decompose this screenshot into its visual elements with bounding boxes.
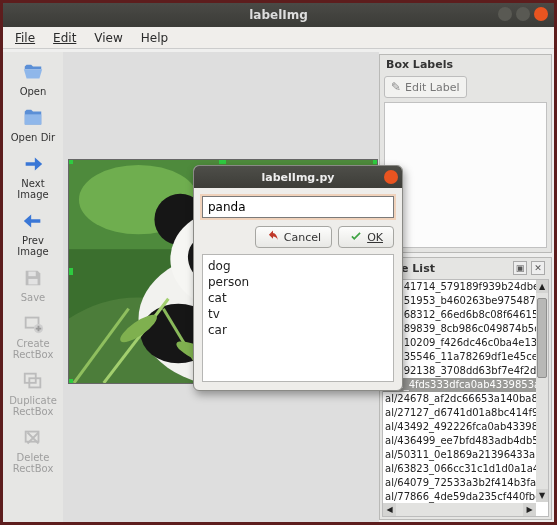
menu-help[interactable]: Help	[133, 29, 176, 47]
toolbar-label: Open	[20, 86, 47, 97]
window-controls	[498, 7, 548, 21]
toolbar-label: Create RectBox	[13, 338, 54, 360]
dialog-title: labelImg.py	[262, 171, 335, 184]
resize-handle[interactable]	[219, 159, 226, 164]
dialog-close-button[interactable]	[384, 170, 398, 184]
panel-buttons: ▣ ✕	[513, 261, 545, 275]
cancel-button[interactable]: Cancel	[255, 226, 332, 248]
open-button[interactable]: Open	[5, 56, 61, 102]
save-button[interactable]: Save	[5, 262, 61, 308]
scroll-up-icon[interactable]: ▲	[536, 280, 548, 293]
toolbar-label: Delete RectBox	[13, 452, 54, 474]
file-row[interactable]: al/1_4fds333dfca0ab4339853a9.jpg	[383, 378, 536, 392]
floppy-icon	[22, 267, 44, 289]
resize-handle[interactable]	[68, 379, 73, 384]
minimize-button[interactable]	[498, 7, 512, 21]
resize-handle[interactable]	[68, 159, 73, 164]
arrow-left-icon	[22, 210, 44, 232]
next-image-button[interactable]: Next Image	[5, 148, 61, 205]
label-option[interactable]: tv	[208, 306, 388, 322]
file-row[interactable]: al/041714_579189f939b24dbeaabbff03c3	[383, 280, 536, 294]
scroll-thumb[interactable]	[537, 298, 547, 378]
label-option[interactable]: car	[208, 322, 388, 338]
label-input[interactable]	[202, 196, 394, 218]
arrow-right-icon	[22, 153, 44, 175]
ok-label: OK	[367, 231, 383, 244]
file-row[interactable]: al/50311_0e1869a21396433a794453ba8	[383, 448, 536, 462]
check-icon	[349, 230, 363, 244]
file-list[interactable]: al/041714_579189f939b24dbeaabbff03c3al/0…	[382, 279, 549, 517]
file-row[interactable]: al/24678_af2dc66653a140ba841fa88db52	[383, 392, 536, 406]
label-options-list[interactable]: dogpersoncattvcar	[202, 254, 394, 382]
resize-handle[interactable]	[373, 159, 378, 164]
file-row[interactable]: al/436499_ee7bfd483adb4db5bd16c7a75	[383, 434, 536, 448]
cancel-label: Cancel	[284, 231, 321, 244]
maximize-button[interactable]	[516, 7, 530, 21]
create-rectbox-button[interactable]: Create RectBox	[5, 308, 61, 365]
folder-icon	[22, 107, 44, 129]
titlebar[interactable]: labelImg	[3, 3, 554, 27]
file-row[interactable]: al/192138_3708dd63bf7e4f2dafea675680	[383, 364, 536, 378]
scrollbar-vertical[interactable]: ▲ ▼	[536, 280, 548, 502]
menu-edit[interactable]: Edit	[45, 29, 84, 47]
rect-create-icon	[22, 313, 44, 335]
toolbar-label: Save	[21, 292, 46, 303]
label-option[interactable]: cat	[208, 290, 388, 306]
folder-open-icon	[22, 61, 44, 83]
scroll-left-icon[interactable]: ◀	[383, 503, 396, 516]
menu-view[interactable]: View	[86, 29, 130, 47]
file-row[interactable]: al/63823_066cc31c1d1d0a1a419d59d8332b	[383, 462, 536, 476]
scrollbar-horizontal[interactable]: ◀ ▶	[383, 503, 536, 516]
resize-handle[interactable]	[68, 268, 73, 275]
file-list-panel: File List ▣ ✕ al/041714_579189f939b24dbe…	[379, 257, 552, 520]
undo-icon	[266, 230, 280, 244]
toolbar-label: Prev Image	[5, 235, 61, 257]
file-row[interactable]: al/051953_b460263be975487d957ed9e33	[383, 294, 536, 308]
panel-close-button[interactable]: ✕	[531, 261, 545, 275]
menu-file[interactable]: File	[7, 29, 43, 47]
label-dialog: labelImg.py Cancel OK dogpersoncattvcar	[193, 165, 403, 391]
dialog-titlebar[interactable]: labelImg.py	[194, 166, 402, 188]
file-row[interactable]: al/64079_72533a3b2f414b3faafebfaa6ee8	[383, 476, 536, 490]
menubar: File Edit View Help	[3, 27, 554, 49]
file-row[interactable]: al/27127_d6741d01a8bc414f97803f5e3a	[383, 406, 536, 420]
toolbar-label: Open Dir	[11, 132, 55, 143]
app-window: labelImg File Edit View Help Open Open D…	[0, 0, 557, 525]
label-option[interactable]: person	[208, 274, 388, 290]
close-button[interactable]	[534, 7, 548, 21]
panel-title: Box Labels	[386, 58, 453, 71]
svg-rect-0	[28, 272, 35, 277]
prev-image-button[interactable]: Prev Image	[5, 205, 61, 262]
duplicate-rectbox-button[interactable]: Duplicate RectBox	[5, 365, 61, 422]
scroll-down-icon[interactable]: ▼	[536, 489, 548, 502]
right-dock: Box Labels Edit Label File List ▣ ✕	[379, 52, 554, 522]
rect-duplicate-icon	[22, 370, 44, 392]
label-option[interactable]: dog	[208, 258, 388, 274]
pencil-icon	[391, 80, 401, 94]
file-row[interactable]: al/068312_66ed6b8c08f6461583b6f3a69	[383, 308, 536, 322]
file-row[interactable]: al/110209_f426dc46c0ba4e13bd81ebbe2	[383, 336, 536, 350]
svg-rect-1	[28, 279, 37, 285]
rect-delete-icon	[22, 427, 44, 449]
labels-list[interactable]	[384, 102, 547, 248]
box-labels-panel: Box Labels Edit Label	[379, 54, 552, 253]
edit-label-text: Edit Label	[405, 81, 459, 94]
file-row[interactable]: al/77866_4de59da235cf440fbdaa5d6051	[383, 490, 536, 503]
edit-label-button[interactable]: Edit Label	[384, 76, 467, 98]
toolbar-label: Duplicate RectBox	[9, 395, 57, 417]
file-row[interactable]: al/43492_492226fca0ab4339853a922e79	[383, 420, 536, 434]
file-row[interactable]: al/135546_11a78269df1e45ceb73b54c87	[383, 350, 536, 364]
scroll-right-icon[interactable]: ▶	[523, 503, 536, 516]
file-row[interactable]: al/089839_8cb986c049874b5d8caa6e103	[383, 322, 536, 336]
toolbar: Open Open Dir Next Image Prev Image Save…	[3, 52, 63, 522]
toolbar-label: Next Image	[5, 178, 61, 200]
ok-button[interactable]: OK	[338, 226, 394, 248]
panel-float-button[interactable]: ▣	[513, 261, 527, 275]
open-dir-button[interactable]: Open Dir	[5, 102, 61, 148]
window-title: labelImg	[249, 8, 308, 22]
delete-rectbox-button[interactable]: Delete RectBox	[5, 422, 61, 479]
